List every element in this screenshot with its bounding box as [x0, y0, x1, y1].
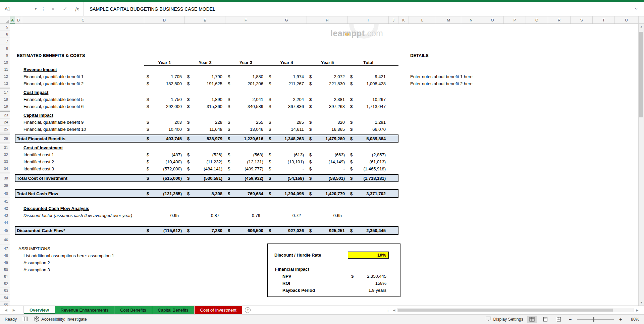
money-cell[interactable]: $(487)	[144, 151, 185, 158]
money-cell[interactable]: $538,979	[185, 134, 225, 143]
money-cell[interactable]: $(526)	[185, 151, 225, 158]
money-cell[interactable]: $9,421	[348, 73, 389, 80]
tab-scroll-right-icon[interactable]: ▶	[13, 308, 15, 312]
money-cell[interactable]: $2,204	[266, 96, 307, 103]
money-cell[interactable]: $191,625	[185, 80, 225, 87]
section-header-cell[interactable]: Revenue Impact	[23, 66, 57, 73]
money-cell[interactable]: $367,836	[266, 103, 307, 110]
column-header-Q[interactable]: Q	[526, 16, 548, 23]
money-cell[interactable]: $(2,857)	[348, 151, 389, 158]
money-cell[interactable]: $925,251	[307, 226, 348, 235]
money-cell[interactable]: $(568)	[225, 151, 266, 158]
money-cell[interactable]: $13,046	[225, 126, 266, 133]
scroll-left-icon[interactable]: ◀	[391, 309, 397, 312]
money-cell[interactable]: $340,589	[225, 103, 266, 110]
row-header[interactable]: 9	[0, 52, 10, 59]
money-cell[interactable]: $(530,581)	[185, 174, 225, 182]
tab-capital-benefits[interactable]: Capital Benefits	[152, 306, 195, 314]
formula-bar-splitter-icon[interactable]: ⋮	[40, 6, 47, 12]
money-cell[interactable]: $66,070	[348, 126, 389, 133]
row-header[interactable]: 42	[0, 205, 10, 212]
money-cell[interactable]: $1,705	[144, 73, 185, 80]
year-header[interactable]: Year 1	[144, 59, 185, 66]
column-header-S[interactable]: S	[571, 16, 593, 23]
vertical-scrollbar[interactable]: ▲ ▼	[638, 24, 644, 306]
year-header[interactable]: Year 2	[185, 59, 225, 66]
tab-scroll-left-icon[interactable]: ◀	[5, 308, 7, 312]
row-header[interactable]: 44	[0, 219, 10, 226]
zoom-slider-thumb[interactable]	[593, 317, 594, 322]
money-cell[interactable]: $320	[307, 119, 348, 126]
year-header[interactable]: Year 4	[266, 59, 307, 66]
tab-cost-benefits[interactable]: Cost Benefits	[114, 306, 152, 314]
line-item-cell[interactable]: Identified cost 2	[23, 158, 54, 165]
npv-value-cell[interactable]: $ 2,350,445	[348, 273, 389, 280]
money-cell[interactable]: $8,398	[185, 189, 225, 198]
insert-function-icon[interactable]: fx	[71, 6, 83, 12]
money-cell[interactable]: $255	[225, 119, 266, 126]
scroll-right-icon[interactable]: ▶	[634, 309, 641, 312]
money-cell[interactable]: $182,500	[144, 80, 185, 87]
money-cell[interactable]: $292,000	[144, 103, 185, 110]
money-cell[interactable]: $10,400	[144, 126, 185, 133]
money-cell[interactable]: $2,350,445	[348, 226, 389, 235]
assumption-item-cell[interactable]: Assumption 3	[23, 266, 50, 273]
normal-view-button[interactable]	[527, 316, 537, 323]
line-item-cell[interactable]: Identified cost 3	[23, 165, 54, 172]
money-cell[interactable]: $315,360	[185, 103, 225, 110]
column-header-K[interactable]: K	[398, 16, 409, 23]
money-cell[interactable]: $493,745	[144, 134, 185, 143]
column-header-L[interactable]: L	[409, 16, 436, 23]
row-header[interactable]: 52	[0, 280, 10, 287]
benefit-note-cell[interactable]: Enter notes about benefit 2 here	[410, 80, 473, 87]
money-cell[interactable]: $1,880	[225, 73, 266, 80]
tab-revenue-enhancements[interactable]: Revenue Enhancements	[55, 306, 114, 314]
money-cell[interactable]: $(1,718,181)	[348, 174, 389, 182]
row-header[interactable]: 24	[0, 119, 10, 126]
zoom-out-icon[interactable]: −	[568, 317, 573, 322]
line-item-cell[interactable]: Financial, quantifiable benefit 9	[23, 119, 84, 126]
column-header-J[interactable]: J	[389, 16, 398, 23]
row-header[interactable]: 46	[0, 235, 10, 245]
row-header[interactable]: 8	[0, 45, 10, 52]
benefit-note-cell[interactable]: Enter notes about benefit 1 here	[410, 73, 473, 80]
money-cell[interactable]: $1,294,095	[266, 189, 307, 198]
money-cell[interactable]: $3,371,702	[348, 189, 389, 198]
line-item-cell[interactable]: Financial, quantifiable benefit 10	[23, 126, 86, 133]
column-header-P[interactable]: P	[504, 16, 526, 23]
assumption-item-cell[interactable]: List additional assumptions here: assump…	[23, 252, 114, 259]
money-cell[interactable]: $1,291	[348, 119, 389, 126]
year-header[interactable]: Year 5	[307, 59, 348, 66]
money-cell[interactable]: $(613)	[266, 151, 307, 158]
column-header-I[interactable]: I	[348, 16, 389, 23]
hurdle-rate-input-cell[interactable]: 10%	[348, 252, 389, 259]
discount-factor-cell[interactable]: 0.72	[266, 212, 307, 219]
row-header[interactable]: 45	[0, 226, 10, 235]
row-header[interactable]: 11	[0, 66, 10, 73]
money-cell[interactable]: $(484,141)	[185, 165, 225, 172]
money-cell[interactable]: $2,072	[307, 73, 348, 80]
horizontal-scroll-thumb[interactable]	[398, 309, 613, 312]
financial-impact-header[interactable]: Financial Impact	[275, 267, 309, 272]
money-cell[interactable]: $5,089,884	[348, 134, 389, 143]
money-cell[interactable]: $1,713,047	[348, 103, 389, 110]
payback-label[interactable]: Payback Period	[282, 288, 315, 293]
roi-label[interactable]: ROI	[282, 281, 290, 286]
row-header[interactable]: 53	[0, 287, 10, 294]
money-cell[interactable]: $927,026	[266, 226, 307, 235]
section-header-cell[interactable]: Cost of Investment	[23, 144, 63, 151]
money-cell[interactable]: $1,479,280	[307, 134, 348, 143]
zoom-level[interactable]: 80%	[627, 317, 639, 322]
column-header-H[interactable]: H	[307, 16, 348, 23]
row-header[interactable]: 25	[0, 126, 10, 133]
row-header[interactable]: 32	[0, 151, 10, 158]
money-cell[interactable]: $(1,465,918)	[348, 165, 389, 172]
macro-record-icon[interactable]	[23, 317, 28, 322]
page-break-view-button[interactable]	[554, 316, 564, 323]
formula-input[interactable]: SAMPLE CAPITAL BUDGETING BUSINESS CASE M…	[84, 6, 629, 12]
year-header[interactable]: Year 3	[225, 59, 266, 66]
money-cell[interactable]: $(572,000)	[144, 165, 185, 172]
select-all-corner[interactable]	[0, 16, 10, 23]
row-header[interactable]: 34	[0, 165, 10, 172]
line-item-cell[interactable]: Identified cost 1	[23, 151, 54, 158]
